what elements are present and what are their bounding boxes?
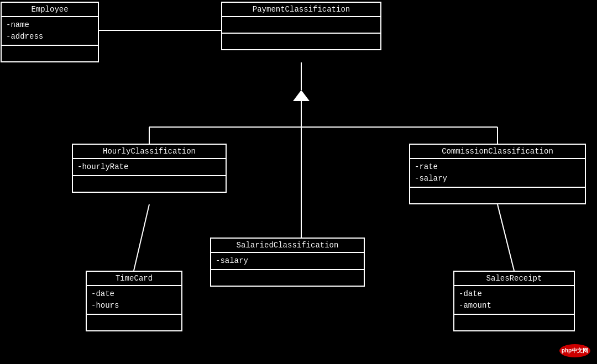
employee-title: Employee [2, 3, 98, 17]
sales-receipt-class: SalesReceipt -date -amount [453, 271, 575, 331]
watermark: php中文网 [559, 344, 593, 360]
employee-class: Employee -name -address [1, 2, 99, 62]
sales-receipt-attr-date: -date [459, 288, 569, 300]
sales-receipt-title: SalesReceipt [454, 272, 574, 286]
commission-classification-title: CommissionClassification [410, 145, 585, 159]
svg-marker-7 [293, 90, 310, 101]
employee-attributes: -name -address [2, 17, 98, 46]
diagram-container: Employee -name -address PaymentClassific… [0, 0, 597, 364]
timecard-attributes: -date -hours [87, 286, 181, 315]
salaried-classification-title: SalariedClassification [211, 239, 364, 253]
salaried-classification-attributes: -salary [211, 253, 364, 270]
hourly-classification-title: HourlyClassification [73, 145, 226, 159]
commission-classification-class: CommissionClassification -rate -salary [409, 144, 586, 204]
svg-line-9 [498, 204, 514, 271]
timecard-attr-hours: -hours [91, 300, 177, 312]
timecard-methods [87, 315, 181, 330]
hourly-classification-attributes: -hourlyRate [73, 159, 226, 176]
employee-attr-address: -address [6, 31, 93, 43]
employee-methods [2, 46, 98, 61]
commission-classification-attributes: -rate -salary [410, 159, 585, 188]
sales-receipt-attr-amount: -amount [459, 300, 569, 312]
hourly-attr-rate: -hourlyRate [77, 161, 221, 173]
salaried-attr-salary: -salary [216, 255, 359, 267]
payment-classification-class: PaymentClassification [221, 2, 381, 50]
commission-attr-rate: -rate [415, 161, 580, 173]
timecard-class: TimeCard -date -hours [86, 271, 182, 331]
svg-line-8 [134, 204, 149, 271]
hourly-classification-class: HourlyClassification -hourlyRate [72, 144, 227, 193]
salaried-classification-class: SalariedClassification -salary [210, 238, 365, 287]
watermark-text: php中文网 [559, 344, 590, 357]
sales-receipt-attributes: -date -amount [454, 286, 574, 315]
sales-receipt-methods [454, 315, 574, 330]
salaried-classification-methods [211, 270, 364, 286]
employee-attr-name: -name [6, 19, 93, 31]
payment-classification-attributes [222, 17, 380, 34]
timecard-title: TimeCard [87, 272, 181, 286]
commission-attr-salary: -salary [415, 173, 580, 184]
payment-classification-title: PaymentClassification [222, 3, 380, 17]
commission-classification-methods [410, 188, 585, 203]
timecard-attr-date: -date [91, 288, 177, 300]
payment-classification-methods [222, 34, 380, 49]
hourly-classification-methods [73, 176, 226, 192]
